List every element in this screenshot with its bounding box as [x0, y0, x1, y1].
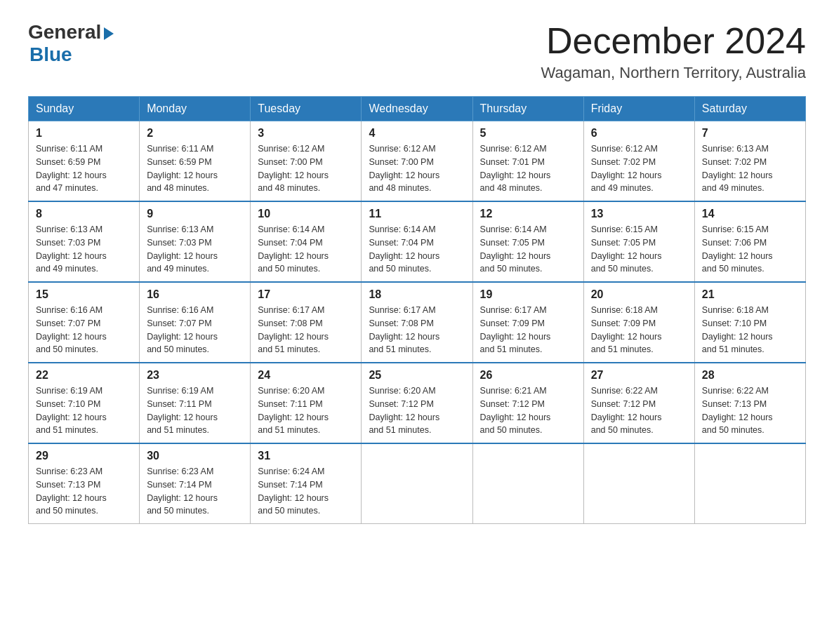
- calendar-day-cell: 12Sunrise: 6:14 AMSunset: 7:05 PMDayligh…: [472, 201, 583, 282]
- day-info: Sunrise: 6:24 AMSunset: 7:14 PMDaylight:…: [258, 465, 354, 518]
- calendar-week-row: 8Sunrise: 6:13 AMSunset: 7:03 PMDaylight…: [29, 201, 806, 282]
- day-number: 10: [258, 208, 354, 220]
- day-number: 24: [258, 369, 354, 382]
- day-of-week-header: Thursday: [472, 97, 583, 121]
- calendar-day-cell: 3Sunrise: 6:12 AMSunset: 7:00 PMDaylight…: [251, 121, 362, 202]
- calendar-week-row: 1Sunrise: 6:11 AMSunset: 6:59 PMDaylight…: [29, 121, 806, 202]
- calendar-day-cell: 21Sunrise: 6:18 AMSunset: 7:10 PMDayligh…: [694, 282, 805, 363]
- day-number: 28: [702, 369, 798, 382]
- calendar-day-cell: 30Sunrise: 6:23 AMSunset: 7:14 PMDayligh…: [140, 443, 251, 524]
- calendar-week-row: 29Sunrise: 6:23 AMSunset: 7:13 PMDayligh…: [29, 443, 806, 524]
- calendar-day-cell: 27Sunrise: 6:22 AMSunset: 7:12 PMDayligh…: [583, 363, 694, 443]
- day-number: 23: [147, 369, 243, 382]
- day-info: Sunrise: 6:14 AMSunset: 7:05 PMDaylight:…: [480, 223, 576, 276]
- day-number: 14: [702, 208, 798, 220]
- calendar-day-cell: 8Sunrise: 6:13 AMSunset: 7:03 PMDaylight…: [29, 201, 140, 282]
- day-number: 8: [36, 208, 132, 220]
- day-info: Sunrise: 6:23 AMSunset: 7:14 PMDaylight:…: [147, 465, 243, 518]
- day-info: Sunrise: 6:21 AMSunset: 7:12 PMDaylight:…: [480, 384, 576, 437]
- day-number: 9: [147, 208, 243, 220]
- day-info: Sunrise: 6:18 AMSunset: 7:10 PMDaylight:…: [702, 304, 798, 356]
- day-info: Sunrise: 6:23 AMSunset: 7:13 PMDaylight:…: [36, 465, 132, 518]
- day-info: Sunrise: 6:22 AMSunset: 7:13 PMDaylight:…: [702, 384, 798, 437]
- day-info: Sunrise: 6:12 AMSunset: 7:02 PMDaylight:…: [591, 142, 687, 195]
- location-text: Wagaman, Northern Territory, Australia: [541, 64, 806, 82]
- calendar-day-cell: [362, 443, 472, 524]
- month-title: December 2024: [541, 21, 806, 61]
- calendar-day-cell: 16Sunrise: 6:16 AMSunset: 7:07 PMDayligh…: [140, 282, 251, 363]
- day-of-week-header: Wednesday: [362, 97, 472, 121]
- calendar-week-row: 22Sunrise: 6:19 AMSunset: 7:10 PMDayligh…: [29, 363, 806, 443]
- day-number: 22: [36, 369, 132, 382]
- calendar-header-row: SundayMondayTuesdayWednesdayThursdayFrid…: [29, 97, 806, 121]
- day-info: Sunrise: 6:13 AMSunset: 7:03 PMDaylight:…: [36, 223, 132, 276]
- day-info: Sunrise: 6:14 AMSunset: 7:04 PMDaylight:…: [369, 223, 465, 276]
- calendar-week-row: 15Sunrise: 6:16 AMSunset: 7:07 PMDayligh…: [29, 282, 806, 363]
- calendar-day-cell: 7Sunrise: 6:13 AMSunset: 7:02 PMDaylight…: [694, 121, 805, 202]
- calendar-day-cell: 4Sunrise: 6:12 AMSunset: 7:00 PMDaylight…: [362, 121, 472, 202]
- calendar-day-cell: 11Sunrise: 6:14 AMSunset: 7:04 PMDayligh…: [362, 201, 472, 282]
- day-of-week-header: Friday: [583, 97, 694, 121]
- day-number: 26: [480, 369, 576, 382]
- day-number: 3: [258, 127, 354, 140]
- calendar-day-cell: [694, 443, 805, 524]
- day-number: 20: [591, 288, 687, 301]
- day-info: Sunrise: 6:17 AMSunset: 7:08 PMDaylight:…: [258, 304, 354, 356]
- day-number: 17: [258, 288, 354, 301]
- day-number: 29: [36, 450, 132, 462]
- day-info: Sunrise: 6:16 AMSunset: 7:07 PMDaylight:…: [36, 304, 132, 356]
- day-number: 13: [591, 208, 687, 220]
- logo: General Blue: [28, 21, 114, 66]
- calendar-day-cell: 20Sunrise: 6:18 AMSunset: 7:09 PMDayligh…: [583, 282, 694, 363]
- calendar-day-cell: 18Sunrise: 6:17 AMSunset: 7:08 PMDayligh…: [362, 282, 472, 363]
- title-section: December 2024 Wagaman, Northern Territor…: [541, 21, 806, 82]
- day-info: Sunrise: 6:12 AMSunset: 7:00 PMDaylight:…: [258, 142, 354, 195]
- day-info: Sunrise: 6:12 AMSunset: 7:01 PMDaylight:…: [480, 142, 576, 195]
- day-number: 21: [702, 288, 798, 301]
- page-header: General Blue December 2024 Wagaman, Nort…: [28, 21, 806, 82]
- day-of-week-header: Tuesday: [251, 97, 362, 121]
- calendar-day-cell: 14Sunrise: 6:15 AMSunset: 7:06 PMDayligh…: [694, 201, 805, 282]
- day-number: 27: [591, 369, 687, 382]
- day-number: 30: [147, 450, 243, 462]
- day-number: 19: [480, 288, 576, 301]
- calendar-day-cell: 23Sunrise: 6:19 AMSunset: 7:11 PMDayligh…: [140, 363, 251, 443]
- day-info: Sunrise: 6:14 AMSunset: 7:04 PMDaylight:…: [258, 223, 354, 276]
- calendar-day-cell: 9Sunrise: 6:13 AMSunset: 7:03 PMDaylight…: [140, 201, 251, 282]
- day-number: 31: [258, 450, 354, 462]
- calendar-day-cell: 25Sunrise: 6:20 AMSunset: 7:12 PMDayligh…: [362, 363, 472, 443]
- logo-blue-text: Blue: [29, 43, 72, 66]
- day-of-week-header: Saturday: [694, 97, 805, 121]
- calendar-day-cell: 29Sunrise: 6:23 AMSunset: 7:13 PMDayligh…: [29, 443, 140, 524]
- day-number: 7: [702, 127, 798, 140]
- day-info: Sunrise: 6:15 AMSunset: 7:05 PMDaylight:…: [591, 223, 687, 276]
- day-number: 12: [480, 208, 576, 220]
- day-info: Sunrise: 6:20 AMSunset: 7:11 PMDaylight:…: [258, 384, 354, 437]
- calendar-day-cell: 24Sunrise: 6:20 AMSunset: 7:11 PMDayligh…: [251, 363, 362, 443]
- calendar-day-cell: 19Sunrise: 6:17 AMSunset: 7:09 PMDayligh…: [472, 282, 583, 363]
- calendar-day-cell: 2Sunrise: 6:11 AMSunset: 6:59 PMDaylight…: [140, 121, 251, 202]
- day-info: Sunrise: 6:17 AMSunset: 7:09 PMDaylight:…: [480, 304, 576, 356]
- day-number: 18: [369, 288, 465, 301]
- calendar-day-cell: 5Sunrise: 6:12 AMSunset: 7:01 PMDaylight…: [472, 121, 583, 202]
- day-info: Sunrise: 6:13 AMSunset: 7:03 PMDaylight:…: [147, 223, 243, 276]
- day-info: Sunrise: 6:22 AMSunset: 7:12 PMDaylight:…: [591, 384, 687, 437]
- calendar-day-cell: [472, 443, 583, 524]
- day-of-week-header: Sunday: [29, 97, 140, 121]
- calendar-day-cell: 26Sunrise: 6:21 AMSunset: 7:12 PMDayligh…: [472, 363, 583, 443]
- day-number: 16: [147, 288, 243, 301]
- logo-arrow-icon: [104, 27, 114, 40]
- calendar-day-cell: 28Sunrise: 6:22 AMSunset: 7:13 PMDayligh…: [694, 363, 805, 443]
- day-info: Sunrise: 6:17 AMSunset: 7:08 PMDaylight:…: [369, 304, 465, 356]
- day-info: Sunrise: 6:11 AMSunset: 6:59 PMDaylight:…: [147, 142, 243, 195]
- day-info: Sunrise: 6:19 AMSunset: 7:11 PMDaylight:…: [147, 384, 243, 437]
- day-info: Sunrise: 6:13 AMSunset: 7:02 PMDaylight:…: [702, 142, 798, 195]
- day-info: Sunrise: 6:15 AMSunset: 7:06 PMDaylight:…: [702, 223, 798, 276]
- day-number: 25: [369, 369, 465, 382]
- day-info: Sunrise: 6:18 AMSunset: 7:09 PMDaylight:…: [591, 304, 687, 356]
- day-number: 2: [147, 127, 243, 140]
- calendar-day-cell: 22Sunrise: 6:19 AMSunset: 7:10 PMDayligh…: [29, 363, 140, 443]
- calendar-day-cell: 31Sunrise: 6:24 AMSunset: 7:14 PMDayligh…: [251, 443, 362, 524]
- calendar-day-cell: 10Sunrise: 6:14 AMSunset: 7:04 PMDayligh…: [251, 201, 362, 282]
- day-number: 6: [591, 127, 687, 140]
